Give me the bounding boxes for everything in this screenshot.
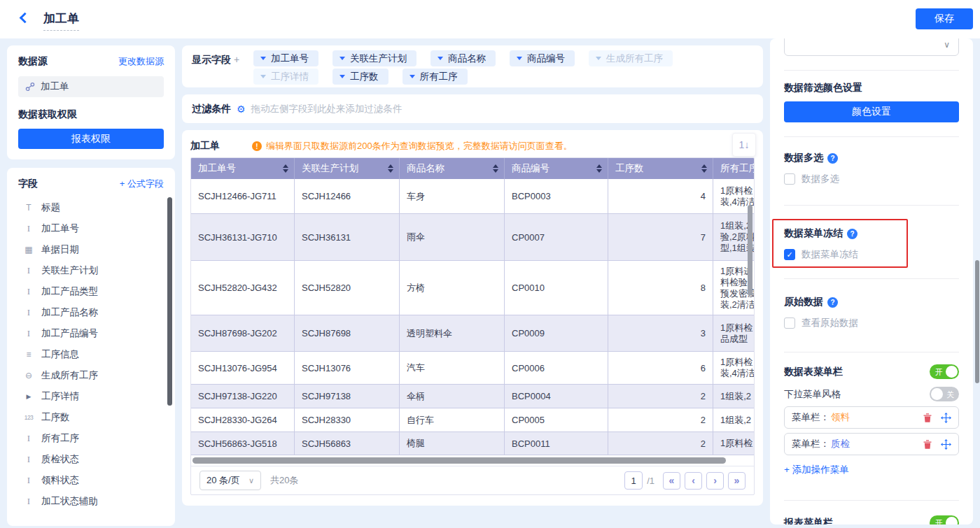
field-list-item[interactable]: I 关联生产计划 [18,260,164,281]
field-list-item[interactable]: ▦ 单据日期 [18,239,164,260]
add-formula-field-link[interactable]: + 公式字段 [120,178,164,190]
help-icon[interactable]: ? [827,153,838,164]
table-header-row: 加工单号 关联生产计划 商品名称 商品编号 工序数 所有工序 [191,158,754,179]
filter-dropzone-placeholder[interactable]: 拖动左侧字段到此处来添加过滤条件 [251,103,402,115]
toggle-off[interactable]: 关 [930,387,959,401]
display-field-chip[interactable]: 关联生产计划 [332,50,416,66]
page-title: 加工单 [43,10,79,31]
checkbox-unchecked[interactable] [784,317,795,329]
display-field-chip[interactable]: 商品编号 [510,50,575,66]
display-field-chip[interactable]: 商品名称 [430,50,496,66]
display-field-chip[interactable]: 加工单号 [253,50,318,66]
next-page-button[interactable]: › [706,472,724,490]
column-header[interactable]: 所有工序 [713,158,754,179]
fields-scrollbar[interactable] [167,197,172,406]
field-list-item[interactable]: ⊖ 生成所有工序 [18,365,164,386]
table-row: SCJH13076-JG954 SCJH13076 汽车 CP0006 6 1原… [191,352,754,385]
sort-icon[interactable] [283,164,288,173]
cell-product-name: 车身 [400,179,505,213]
help-icon[interactable]: ? [847,229,858,239]
datasource-item[interactable]: 加工单 [18,76,164,97]
page-size-select[interactable]: 20 条/页 ∨ [200,471,261,490]
sort-icon[interactable] [388,164,393,173]
column-header[interactable]: 商品名称 [400,158,505,179]
toggle-on[interactable]: 开 [930,515,959,525]
page-number-input[interactable]: 1 [624,471,643,490]
display-field-chip[interactable]: 所有工序 [402,69,468,85]
report-permission-button[interactable]: 报表权限 [18,129,164,149]
raw-data-checkbox-row[interactable]: 查看原始数据 [784,317,858,329]
field-list-item[interactable]: I 质检状态 [18,449,164,470]
multi-select-checkbox-row[interactable]: 数据多选 [784,173,839,185]
field-list-item[interactable]: I 所有工序 [18,428,164,449]
add-action-menu-link[interactable]: + 添加操作菜单 [784,464,849,476]
table-scroll-zone [191,455,754,466]
field-list-item[interactable]: I 加工状态辅助 [18,491,164,512]
sort-icon[interactable] [596,164,602,173]
back-icon[interactable] [20,13,31,24]
field-list-item[interactable]: T 标题 [18,197,164,218]
cell-order-no: SCJH97138-JG220 [191,385,295,408]
field-list-item[interactable]: I 加工单号 [18,218,164,239]
number-icon: 123 [22,414,35,421]
trash-icon[interactable] [923,413,932,423]
chevron-down-icon: ∨ [248,476,254,485]
window-scrollbar[interactable] [975,260,979,383]
field-list-item[interactable]: ▶ 工序详情 [18,386,164,407]
total-count-label: 共20条 [270,474,298,487]
cell-production-plan: SCJH13076 [295,352,400,384]
text-icon: I [22,454,35,465]
checkbox-checked[interactable]: ✓ [784,249,795,260]
field-list-item[interactable]: I 加工产品编号 [18,323,164,344]
toggle-on[interactable]: 开 [930,364,959,379]
cell-procedure-count: 6 [608,352,713,384]
sort-order-button[interactable]: 1↓ [732,133,756,157]
table-vertical-scrollbar[interactable] [748,205,752,296]
color-settings-button[interactable]: 颜色设置 [784,101,959,122]
field-list-item[interactable]: I 领料状态 [18,470,164,491]
field-list: T 标题 I 加工单号 ▦ 单据日期 I 关联生产计划 [18,197,164,512]
text-icon: I [22,286,35,297]
cell-order-no: SCJH87698-JG202 [191,315,295,351]
column-header[interactable]: 工序数 [608,158,713,179]
gear-icon[interactable]: ⚙ [237,104,246,115]
column-header[interactable]: 关联生产计划 [295,158,400,179]
page-total-label: /1 [647,476,654,486]
first-page-button[interactable]: « [663,472,680,490]
prev-page-button[interactable]: ‹ [685,472,702,490]
help-icon[interactable]: ? [827,297,838,308]
sort-icon[interactable] [701,164,707,173]
save-button[interactable]: 保存 [916,8,973,29]
trash-icon[interactable] [923,439,932,450]
move-icon[interactable] [941,413,951,423]
column-header[interactable]: 加工单号 [191,158,295,179]
field-list-item[interactable]: I 加工产品类型 [18,281,164,302]
display-field-chip[interactable]: 工序详情 [253,69,318,85]
cell-procedure-count: 2 [608,408,713,431]
menu-bar-item[interactable]: 菜单栏： 质检 [784,433,959,455]
last-page-button[interactable]: » [728,472,746,490]
add-display-field-button[interactable]: + [234,54,239,65]
display-field-chip[interactable]: 工序数 [332,69,388,85]
table-row: SCJH28330-JG264 SCJH28330 自行车 CP0005 2 1… [191,408,754,432]
change-datasource-link[interactable]: 更改数据源 [118,55,164,68]
table-row: SCJH12466-JG711 SCJH12466 车身 BCP0003 4 1… [191,179,754,214]
move-icon[interactable] [941,439,951,450]
sort-icon[interactable] [493,164,498,173]
settings-select[interactable]: ∨ [784,38,959,56]
cell-product-code: CP0007 [505,214,608,260]
field-list-item[interactable]: 123 工序数 [18,407,164,428]
fields-panel: 字段 + 公式字段 T 标题 I 加工单号 ▦ 单据日期 [7,168,175,526]
field-list-item[interactable]: ≡ 工序信息 [18,344,164,365]
menu-bar-item[interactable]: 菜单栏： 领料 [784,406,959,429]
column-header[interactable]: 商品编号 [505,158,608,179]
table-horizontal-scrollbar[interactable] [192,457,726,464]
menu-freeze-checkbox-row[interactable]: ✓ 数据菜单冻结 [784,248,858,261]
table-row: SCJH97138-JG220 SCJH97138 伞柄 BCP0004 2 1… [191,385,754,408]
settings-panel: ∨ 数据筛选颜色设置 颜色设置 数据多选 ? 数据多选 数据菜单冻结 ? ✓ 数… [770,38,973,525]
cell-product-name: 方椅 [400,261,505,315]
field-list-item[interactable]: I 加工产品名称 [18,302,164,323]
checkbox-unchecked[interactable] [784,173,795,185]
display-field-chip[interactable]: 生成所有工序 [589,50,673,66]
cell-product-code: BCP0004 [505,385,608,408]
